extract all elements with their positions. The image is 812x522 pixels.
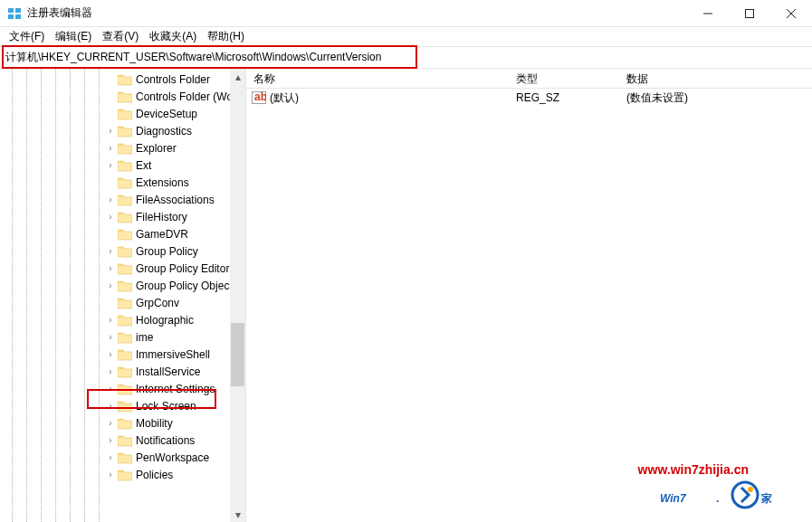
expand-icon[interactable]: › <box>105 401 116 412</box>
svg-text:ab: ab <box>254 90 266 103</box>
expand-icon[interactable]: › <box>105 280 116 291</box>
tree-item[interactable]: ›PenWorkspace <box>2 449 245 466</box>
folder-icon <box>118 365 132 378</box>
minimize-button[interactable] <box>687 0 729 26</box>
scroll-down-icon[interactable]: ▾ <box>230 507 245 522</box>
folder-icon <box>118 417 132 430</box>
tree-item[interactable]: ›Lock Screen <box>2 397 245 414</box>
tree-item-label: ime <box>136 331 153 344</box>
tree-item-label: PenWorkspace <box>136 451 209 464</box>
scroll-track[interactable] <box>230 84 245 507</box>
folder-icon <box>118 331 132 344</box>
folder-icon <box>118 400 132 413</box>
menu-bar: 文件(F) 编辑(E) 查看(V) 收藏夹(A) 帮助(H) <box>0 27 812 47</box>
tree-item[interactable]: ›Internet Settings <box>2 380 245 397</box>
expand-icon[interactable]: › <box>105 435 116 446</box>
tree-item[interactable]: ›Mobility <box>2 414 245 432</box>
tree-item[interactable]: DeviceSetup <box>2 105 245 122</box>
tree[interactable]: Controls FolderControls Folder (WoDevice… <box>0 69 245 483</box>
svg-rect-3 <box>15 14 21 19</box>
string-value-icon: ab <box>252 90 266 105</box>
folder-icon <box>118 142 132 155</box>
expand-icon[interactable]: › <box>105 384 116 394</box>
column-header-type[interactable]: 类型 <box>509 69 619 88</box>
expand-icon[interactable]: › <box>105 418 116 429</box>
tree-item[interactable]: ›Diagnostics <box>2 122 245 139</box>
tree-item[interactable]: ›FileAssociations <box>2 191 245 208</box>
tree-item-label: Diagnostics <box>136 125 192 138</box>
menu-favorites[interactable]: 收藏夹(A) <box>144 27 202 46</box>
tree-item[interactable]: ›Policies <box>2 466 245 483</box>
tree-item[interactable]: ›FileHistory <box>2 208 245 225</box>
tree-item-label: Notifications <box>136 434 195 447</box>
tree-item[interactable]: Controls Folder (Wo <box>2 88 245 105</box>
tree-item-label: Group Policy Objects <box>136 280 238 292</box>
scroll-thumb[interactable] <box>231 323 244 386</box>
folder-icon <box>118 314 132 327</box>
scroll-up-icon[interactable]: ▴ <box>230 69 245 84</box>
tree-item[interactable]: Controls Folder <box>2 71 245 88</box>
folder-icon <box>118 434 132 447</box>
tree-item[interactable]: ›ImmersiveShell <box>2 346 245 363</box>
tree-item-label: Extensions <box>136 176 189 189</box>
folder-icon <box>118 228 132 241</box>
tree-item-label: Internet Settings <box>136 383 215 395</box>
menu-view[interactable]: 查看(V) <box>97 27 144 46</box>
tree-item-label: Explorer <box>136 142 177 155</box>
svg-rect-1 <box>15 8 21 13</box>
address-bar-container <box>0 47 812 69</box>
tree-scrollbar[interactable]: ▴ ▾ <box>230 69 245 522</box>
folder-icon <box>118 469 132 481</box>
tree-item[interactable]: ›Explorer <box>2 139 245 157</box>
tree-item[interactable]: ›Group Policy Editor <box>2 260 245 277</box>
folder-icon <box>118 262 132 275</box>
svg-rect-0 <box>8 8 14 13</box>
tree-item-label: FileHistory <box>136 211 187 223</box>
folder-icon <box>118 176 132 189</box>
tree-item[interactable]: ›InstallService <box>2 363 245 380</box>
tree-item[interactable]: ›Notifications <box>2 432 245 449</box>
folder-icon <box>118 280 132 292</box>
tree-item-label: Controls Folder <box>136 73 210 86</box>
tree-item[interactable]: ›Group Policy Objects <box>2 277 245 294</box>
window-controls <box>687 0 812 26</box>
menu-edit[interactable]: 编辑(E) <box>50 27 97 46</box>
tree-item-label: Controls Folder (Wo <box>136 90 233 103</box>
expand-icon[interactable]: › <box>105 246 116 257</box>
folder-icon <box>118 194 132 206</box>
value-rows: ab(默认)REG_SZ(数值未设置) <box>246 89 812 107</box>
folder-icon <box>118 73 132 86</box>
menu-file[interactable]: 文件(F) <box>4 27 50 46</box>
expand-icon[interactable]: › <box>105 470 116 480</box>
tree-item[interactable]: ›ime <box>2 328 245 346</box>
address-bar[interactable] <box>0 47 812 68</box>
tree-item[interactable]: ›Holographic <box>2 311 245 328</box>
expand-icon[interactable]: › <box>105 452 116 463</box>
expand-icon[interactable]: › <box>105 195 116 205</box>
menu-help[interactable]: 帮助(H) <box>202 27 250 46</box>
tree-item-label: DeviceSetup <box>136 108 197 120</box>
expand-icon[interactable]: › <box>105 143 116 154</box>
expand-icon[interactable]: › <box>105 212 116 223</box>
maximize-button[interactable] <box>729 0 770 26</box>
column-header-name[interactable]: 名称 <box>246 69 509 88</box>
tree-item[interactable]: GrpConv <box>2 294 245 311</box>
values-pane: 名称 类型 数据 ab(默认)REG_SZ(数值未设置) <box>246 69 812 522</box>
column-header-data[interactable]: 数据 <box>619 69 812 88</box>
expand-icon[interactable]: › <box>105 160 116 171</box>
tree-item[interactable]: ›Group Policy <box>2 242 245 260</box>
expand-icon[interactable]: › <box>105 366 116 377</box>
expand-icon[interactable]: › <box>105 263 116 274</box>
close-button[interactable] <box>770 0 812 26</box>
tree-item[interactable]: GameDVR <box>2 225 245 242</box>
tree-item[interactable]: ›Ext <box>2 157 245 174</box>
folder-icon <box>118 297 132 309</box>
value-row[interactable]: ab(默认)REG_SZ(数值未设置) <box>246 89 812 107</box>
expand-icon[interactable]: › <box>105 349 116 360</box>
folder-icon <box>118 245 132 258</box>
tree-item[interactable]: Extensions <box>2 174 245 191</box>
value-type: REG_SZ <box>509 91 619 104</box>
expand-icon[interactable]: › <box>105 315 116 326</box>
expand-icon[interactable]: › <box>105 126 116 137</box>
expand-icon[interactable]: › <box>105 332 116 343</box>
